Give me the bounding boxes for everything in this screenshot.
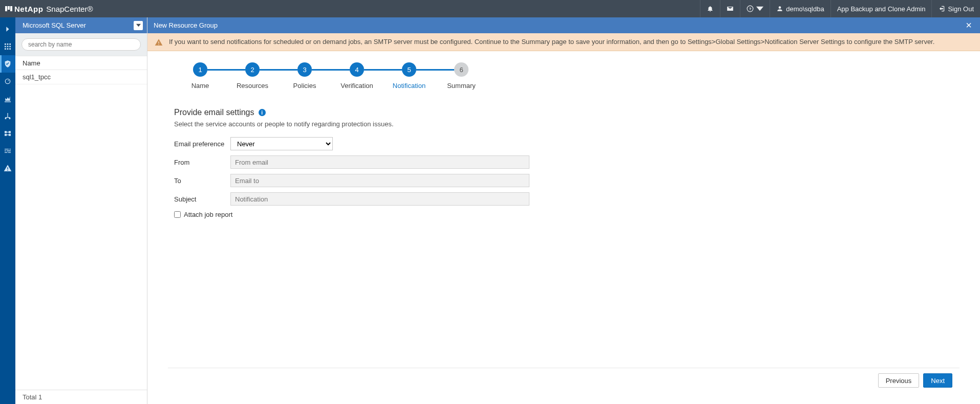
sidebar-monitor[interactable] <box>0 73 15 90</box>
context-dropdown[interactable] <box>134 21 143 30</box>
section-title: Provide email settings i <box>174 108 960 117</box>
storage-icon <box>4 129 12 138</box>
grid-icon <box>4 42 12 51</box>
gauge-icon <box>4 77 12 85</box>
svg-rect-2 <box>10 6 12 11</box>
svg-text:?: ? <box>749 7 752 11</box>
chart-icon <box>4 95 12 103</box>
user-menu[interactable]: demo\sqldba <box>770 0 830 17</box>
bell-icon <box>707 5 714 12</box>
user-label: demo\sqldba <box>786 5 824 13</box>
step-summary[interactable]: 6Summary <box>435 62 487 89</box>
notifications-button[interactable] <box>700 0 720 17</box>
column-header[interactable]: Name <box>15 56 147 70</box>
brand-logo: NetApp <box>5 5 43 13</box>
main-area: New Resource Group × If you want to send… <box>147 17 980 404</box>
label-to: To <box>174 177 230 185</box>
user-icon <box>776 5 783 12</box>
shield-check-icon <box>4 60 12 68</box>
step-notification[interactable]: 5Notification <box>383 62 435 89</box>
envelope-icon <box>727 5 734 12</box>
input-to[interactable] <box>230 174 529 187</box>
search-input[interactable] <box>22 38 141 51</box>
brand: NetApp SnapCenter® <box>5 5 93 13</box>
brand-product: SnapCenter® <box>46 5 93 13</box>
step-name[interactable]: 1Name <box>174 62 226 89</box>
sidebar-expand[interactable] <box>0 20 15 38</box>
signout-icon <box>938 5 945 12</box>
warning-icon <box>155 38 163 47</box>
wizard-footer: Previous Next <box>168 368 960 393</box>
row-to: To <box>174 174 960 187</box>
sidebar <box>0 17 15 404</box>
help-icon: ? <box>747 5 754 12</box>
sidebar-resources[interactable] <box>0 55 15 73</box>
input-subject[interactable] <box>230 192 529 206</box>
step-resources[interactable]: 2Resources <box>226 62 279 89</box>
smtp-warning: If you want to send notifications for sc… <box>147 33 980 51</box>
label-attach[interactable]: Attach job report <box>184 211 232 218</box>
warning-text: If you want to send notifications for sc… <box>169 37 934 47</box>
row-from: From <box>174 155 960 169</box>
previous-button[interactable]: Previous <box>878 373 920 388</box>
list-item[interactable]: sql1_tpcc <box>15 70 147 84</box>
step-policies[interactable]: 3Policies <box>279 62 331 89</box>
sidebar-reports[interactable] <box>0 90 15 107</box>
content: 1Name 2Resources 3Policies 4Verification… <box>147 51 980 404</box>
brand-company: NetApp <box>14 5 43 13</box>
sidebar-settings[interactable] <box>0 142 15 160</box>
sidebar-alerts[interactable] <box>0 160 15 177</box>
info-icon[interactable]: i <box>259 109 266 116</box>
sidebar-hosts[interactable] <box>0 107 15 125</box>
select-email-preference[interactable]: Never <box>230 137 333 150</box>
chevron-right-icon <box>4 25 12 33</box>
page-title: New Resource Group <box>154 21 218 29</box>
section-subtitle: Select the service accounts or people to… <box>174 120 960 128</box>
search-wrap <box>15 33 147 56</box>
sidebar-storage[interactable] <box>0 125 15 142</box>
checkbox-attach-report[interactable] <box>174 211 181 218</box>
input-from[interactable] <box>230 155 529 169</box>
step-verification[interactable]: 4Verification <box>331 62 383 89</box>
main-header: New Resource Group × <box>147 17 980 33</box>
svg-rect-0 <box>5 6 7 11</box>
wizard-stepper: 1Name 2Resources 3Policies 4Verification… <box>174 62 960 89</box>
total-value: 1 <box>38 393 42 401</box>
sliders-icon <box>4 147 12 155</box>
svg-rect-1 <box>8 6 10 10</box>
total-label: Total <box>23 393 36 401</box>
alert-icon <box>4 164 12 172</box>
left-panel-footer: Total 1 <box>15 390 147 404</box>
next-button[interactable]: Next <box>923 373 952 388</box>
signout-button[interactable]: Sign Out <box>931 0 980 17</box>
context-label: Microsoft SQL Server <box>23 21 86 29</box>
chevron-down-icon <box>136 23 141 28</box>
left-panel: Microsoft SQL Server Name sql1_tpcc Tota… <box>15 17 147 404</box>
role-label[interactable]: App Backup and Clone Admin <box>830 0 932 17</box>
row-email-preference: Email preference Never <box>174 137 960 150</box>
hierarchy-icon <box>4 112 12 120</box>
help-button[interactable]: ? <box>740 0 770 17</box>
close-button[interactable]: × <box>964 20 974 31</box>
chevron-down-icon <box>756 5 763 12</box>
sidebar-dashboard[interactable] <box>0 38 15 55</box>
resource-list: sql1_tpcc <box>15 70 147 390</box>
topbar: NetApp SnapCenter® ? demo\sqldba App Bac… <box>0 0 980 17</box>
left-panel-header: Microsoft SQL Server <box>15 17 147 33</box>
label-subject: Subject <box>174 195 230 203</box>
row-subject: Subject <box>174 192 960 206</box>
label-from: From <box>174 159 230 166</box>
label-email-preference: Email preference <box>174 140 230 148</box>
messages-button[interactable] <box>720 0 740 17</box>
row-attach: Attach job report <box>174 211 960 218</box>
